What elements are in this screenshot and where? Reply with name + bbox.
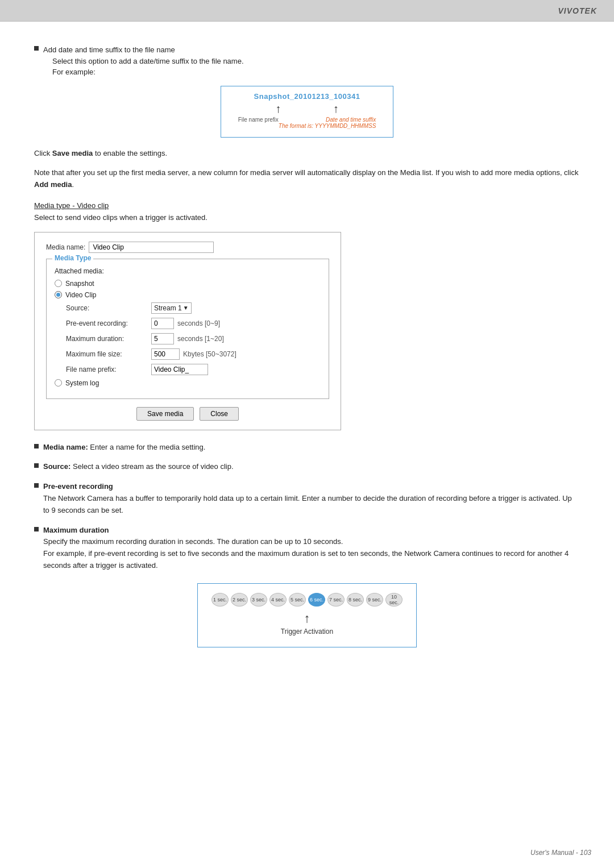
bullet-pre-event: Pre-event recording The Network Camera h… <box>34 481 580 516</box>
syslog-radio-row[interactable]: System log <box>55 379 321 387</box>
bullet-max-duration-content: Maximum duration Specify the maximum rec… <box>43 525 580 572</box>
date-suffix-indent2: For example: <box>52 68 96 76</box>
media-type-heading: Media type - Video clip <box>34 201 580 210</box>
pre-event-row: Pre-event recording: seconds [0~9] <box>66 318 321 329</box>
max-duration-label: Maximum duration: <box>66 335 151 343</box>
timeline-dot-10: 10 sec. <box>385 593 403 607</box>
timeline-dot-9: 9 sec. <box>366 593 383 607</box>
add-media-bold: Add media <box>34 180 72 189</box>
bullet-icon-media-name <box>34 444 39 448</box>
arrows-row: ↑ ↑ <box>238 103 376 114</box>
snapshot-filename: Snapshot_20101213_100341 <box>238 92 376 101</box>
bullet-list-section: Media name: Enter a name for the media s… <box>34 442 580 572</box>
note-text: Note that after you set up the first med… <box>34 168 578 177</box>
bullet-max-dur-bold: Maximum duration <box>43 526 109 534</box>
save-media-text-before: Click <box>34 149 52 157</box>
pre-event-input[interactable] <box>151 318 174 329</box>
bullet-pre-event-content: Pre-event recording The Network Camera h… <box>43 481 580 516</box>
labels-row: File name prefix Date and time suffixThe… <box>238 117 376 129</box>
attached-media-label: Attached media: <box>55 267 321 275</box>
header-bar: VIVOTEK <box>0 0 614 22</box>
radio-dot <box>56 293 60 297</box>
bullet-media-name-bold: Media name: <box>43 443 88 451</box>
bullet-icon <box>34 46 39 51</box>
save-media-para: Click Save media to enable the settings. <box>34 148 580 160</box>
select-arrow-icon: ▼ <box>183 305 189 311</box>
source-value: Stream 1 <box>154 304 182 312</box>
note-period: . <box>72 180 74 189</box>
timeline-dot-7: 7 sec. <box>327 593 345 607</box>
pre-event-label: Pre-event recording: <box>66 319 151 327</box>
form-buttons: Save media Close <box>46 407 329 421</box>
snapshot-radio-label: Snapshot <box>65 280 94 288</box>
bullet-date-suffix-text: Add date and time suffix to the file nam… <box>43 44 580 78</box>
bullet-source: Source: Select a video stream as the sou… <box>34 461 580 473</box>
bullet-date-suffix: Add date and time suffix to the file nam… <box>34 44 580 78</box>
save-media-text-after: to enable the settings. <box>93 149 167 157</box>
max-filesize-hint: Kbytes [50~3072] <box>183 350 237 358</box>
media-name-input[interactable] <box>89 242 214 253</box>
page: VIVOTEK Add date and time suffix to the … <box>0 0 614 868</box>
videoclip-radio[interactable] <box>55 291 62 298</box>
max-filesize-input[interactable] <box>151 348 180 360</box>
timeline-dots: 1 sec.2 sec.3 sec.4 sec.5 sec.6 sec.7 se… <box>211 593 403 607</box>
file-prefix-row: File name prefix: <box>66 364 321 375</box>
videoclip-sub-options: Source: Stream 1 ▼ Pre-event recording: … <box>66 302 321 375</box>
file-prefix-label: File name prefix: <box>66 366 151 373</box>
snapshot-example: Snapshot_20101213_100341 ↑ ↑ File name p… <box>34 86 580 138</box>
timeline-dot-6: 6 sec. <box>308 593 325 607</box>
snapshot-radio[interactable] <box>55 280 62 287</box>
syslog-radio[interactable] <box>55 379 62 387</box>
date-suffix-title: Add date and time suffix to the file nam… <box>43 45 175 54</box>
bullet-icon-pre-event <box>34 483 39 488</box>
save-media-button[interactable]: Save media <box>136 407 194 421</box>
timeline-label: Trigger Activation <box>281 628 333 636</box>
source-select[interactable]: Stream 1 ▼ <box>151 302 192 314</box>
fieldset-legend: Media Type <box>52 254 93 262</box>
note-para: Note that after you set up the first med… <box>34 167 580 191</box>
source-label: Source: <box>66 304 151 312</box>
max-filesize-row: Maximum file size: Kbytes [50~3072] <box>66 348 321 360</box>
snapshot-radio-row[interactable]: Snapshot <box>55 280 321 288</box>
date-suffix-section: Add date and time suffix to the file nam… <box>34 44 580 138</box>
main-content: Add date and time suffix to the file nam… <box>0 22 614 699</box>
videoclip-radio-label: Video Clip <box>65 291 96 299</box>
bullet-icon-source <box>34 463 39 468</box>
file-prefix-input[interactable] <box>151 364 208 375</box>
bullet-max-dur-sub: Specify the maximum recording duration i… <box>43 537 569 570</box>
bullet-pre-event-sub: The Network Camera has a buffer to tempo… <box>43 494 572 514</box>
media-name-row: Media name: <box>46 242 329 253</box>
save-media-bold: Save media <box>52 149 93 157</box>
date-suffix-indent1: Select this option to add a date/time su… <box>52 57 244 65</box>
close-button[interactable]: Close <box>200 407 239 421</box>
footer-bar: User's Manual - 103 <box>530 849 591 857</box>
form-panel: Media name: Media Type Attached media: S… <box>34 232 341 430</box>
bullet-source-bold: Source: <box>43 462 70 471</box>
max-duration-row: Maximum duration: seconds [1~20] <box>66 333 321 344</box>
bullet-media-name-content: Media name: Enter a name for the media s… <box>43 442 580 454</box>
max-duration-hint: seconds [1~20] <box>177 335 224 343</box>
timeline-dot-8: 8 sec. <box>347 593 364 607</box>
arrow-up-left: ↑ <box>275 103 281 114</box>
bullet-max-duration: Maximum duration Specify the maximum rec… <box>34 525 580 572</box>
videoclip-radio-row[interactable]: Video Clip <box>55 291 321 299</box>
source-row: Source: Stream 1 ▼ <box>66 302 321 314</box>
max-duration-input[interactable] <box>151 333 174 344</box>
timeline-dot-2: 2 sec. <box>231 593 248 607</box>
footer-text: User's Manual - 103 <box>530 849 591 857</box>
bullet-media-name-text: Enter a name for the media setting. <box>88 443 206 451</box>
timeline-dot-3: 3 sec. <box>250 593 267 607</box>
pre-event-hint: seconds [0~9] <box>177 319 220 327</box>
arrow-up-right: ↑ <box>333 103 339 114</box>
media-type-fieldset: Media Type Attached media: Snapshot Vide… <box>46 259 329 399</box>
timeline-box: 1 sec.2 sec.3 sec.4 sec.5 sec.6 sec.7 se… <box>197 583 417 647</box>
media-name-label: Media name: <box>46 243 85 251</box>
timeline-dot-4: 4 sec. <box>269 593 287 607</box>
timeline-dot-5: 5 sec. <box>289 593 306 607</box>
bullet-source-content: Source: Select a video stream as the sou… <box>43 461 580 473</box>
timeline-example: 1 sec.2 sec.3 sec.4 sec.5 sec.6 sec.7 se… <box>34 583 580 647</box>
media-type-desc: Select to send video clips when a trigge… <box>34 212 580 224</box>
bullet-icon-max-dur <box>34 527 39 531</box>
bullet-source-text: Select a video stream as the source of v… <box>70 462 233 471</box>
snapshot-box: Snapshot_20101213_100341 ↑ ↑ File name p… <box>221 86 394 138</box>
